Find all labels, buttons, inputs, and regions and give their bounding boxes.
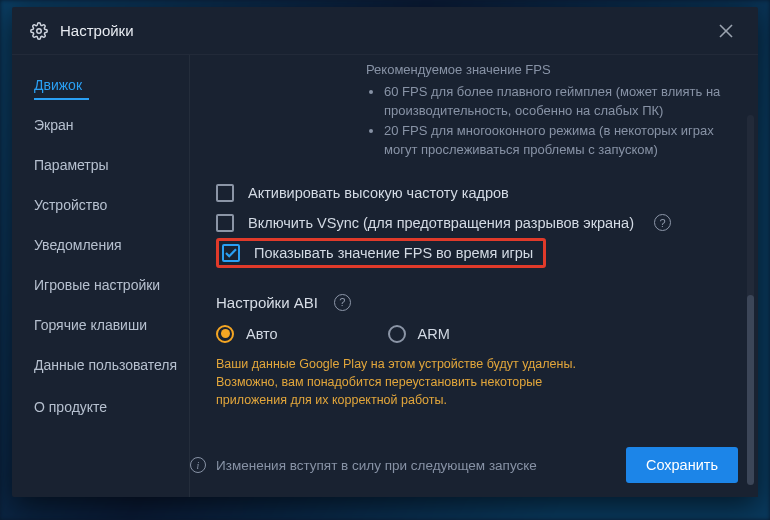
gear-icon xyxy=(30,22,48,40)
sidebar-item-about[interactable]: О продукте xyxy=(12,387,189,427)
scrollbar-thumb[interactable] xyxy=(747,295,754,485)
checkbox-label: Включить VSync (для предотвращения разры… xyxy=(248,215,634,231)
info-icon: i xyxy=(190,457,206,473)
checkbox-label: Показывать значение FPS во время игры xyxy=(254,245,533,261)
restart-notice: i Изменения вступят в силу при следующем… xyxy=(190,457,537,473)
save-button[interactable]: Сохранить xyxy=(626,447,738,483)
checkbox-icon xyxy=(222,244,240,262)
abi-section-title: Настройки ABI ? xyxy=(216,294,732,311)
help-icon[interactable]: ? xyxy=(654,214,671,231)
sidebar: Движок Экран Параметры Устройство Уведом… xyxy=(12,55,190,497)
sidebar-item-hotkeys[interactable]: Горячие клавиши xyxy=(12,305,189,345)
fps-rec-title: Рекомендуемое значение FPS xyxy=(366,60,732,80)
sidebar-item-user-data[interactable]: Данные пользователя xyxy=(12,345,189,387)
radio-label: ARM xyxy=(418,326,450,342)
checkbox-icon xyxy=(216,214,234,232)
sidebar-item-game-settings[interactable]: Игровые настройки xyxy=(12,265,189,305)
checkbox-vsync[interactable]: Включить VSync (для предотвращения разры… xyxy=(216,208,732,238)
checkbox-high-fps[interactable]: Активировать высокую частоту кадров xyxy=(216,178,732,208)
close-button[interactable] xyxy=(712,17,740,45)
scrollbar[interactable] xyxy=(747,115,754,477)
titlebar: Настройки xyxy=(12,7,758,55)
fps-recommendation: Рекомендуемое значение FPS 60 FPS для бо… xyxy=(216,55,732,160)
sidebar-item-engine[interactable]: Движок xyxy=(12,65,189,105)
fps-bullet: 60 FPS для более плавного геймплея (може… xyxy=(384,82,732,121)
fps-bullet: 20 FPS для многооконного режима (в некот… xyxy=(384,121,732,160)
sidebar-item-parameters[interactable]: Параметры xyxy=(12,145,189,185)
checkbox-show-fps[interactable]: Показывать значение FPS во время игры xyxy=(222,244,533,262)
help-icon[interactable]: ? xyxy=(334,294,351,311)
radio-abi-arm[interactable]: ARM xyxy=(388,325,450,343)
sidebar-item-screen[interactable]: Экран xyxy=(12,105,189,145)
checkbox-icon xyxy=(216,184,234,202)
abi-warning: Ваши данные Google Play на этом устройст… xyxy=(216,355,596,409)
svg-point-0 xyxy=(37,28,42,33)
sidebar-item-notifications[interactable]: Уведомления xyxy=(12,225,189,265)
radio-icon xyxy=(216,325,234,343)
sidebar-item-device[interactable]: Устройство xyxy=(12,185,189,225)
radio-abi-auto[interactable]: Авто xyxy=(216,325,278,343)
settings-modal: Настройки Движок Экран Параметры Устройс… xyxy=(12,7,758,497)
window-title: Настройки xyxy=(60,22,134,39)
highlight-box: Показывать значение FPS во время игры xyxy=(216,238,546,268)
checkbox-label: Активировать высокую частоту кадров xyxy=(248,185,509,201)
footer-bar: i Изменения вступят в силу при следующем… xyxy=(190,433,758,497)
radio-icon xyxy=(388,325,406,343)
content-area: Рекомендуемое значение FPS 60 FPS для бо… xyxy=(190,55,758,497)
radio-label: Авто xyxy=(246,326,278,342)
